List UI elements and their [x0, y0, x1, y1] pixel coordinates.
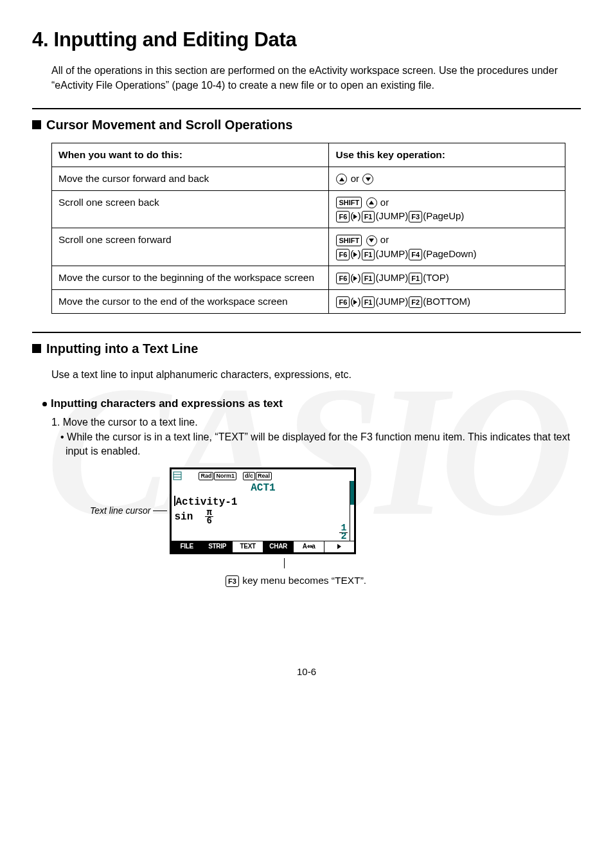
badge-dc: d/c — [243, 472, 255, 480]
right-triangle-icon — [353, 252, 357, 257]
cell-op: F6()F1(JUMP)F1(TOP) — [329, 266, 565, 290]
pageup-label: (PageUp) — [423, 210, 464, 221]
divider — [32, 108, 581, 109]
section-heading-cursor: Cursor Movement and Scroll Operations — [32, 116, 581, 134]
table-col-desc: When you want to do this: — [52, 143, 329, 167]
top-label: (TOP) — [423, 272, 449, 283]
or-text: or — [380, 234, 389, 245]
f1-key-icon: F1 — [362, 249, 375, 260]
f1-key-icon: F1 — [362, 273, 375, 284]
jump-label: (JUMP) — [375, 210, 408, 221]
jump-label: (JUMP) — [375, 296, 408, 307]
annotation-text: key menu becomes “TEXT”. — [240, 575, 366, 586]
f6-key-icon: F6 — [336, 211, 350, 222]
right-triangle-icon — [353, 276, 357, 281]
cell-desc: Move the cursor forward and back — [52, 167, 329, 190]
cell-desc: Scroll one screen forward — [52, 228, 329, 266]
right-triangle-icon — [353, 300, 357, 305]
figure-label: Text line cursor — [90, 505, 150, 518]
divider — [32, 332, 581, 333]
table-header-row: When you want to do this: Use this key o… — [52, 143, 565, 167]
up-arrow-key-icon — [336, 174, 347, 185]
fkey-row: FILE STRIP TEXT CHAR A⇔a — [172, 541, 354, 552]
f6-key-icon: F6 — [336, 249, 350, 260]
table-row: Scroll one screen forward SHIFT or F6()F… — [52, 228, 565, 266]
sin-label: sin — [174, 511, 193, 522]
table-row: Move the cursor forward and back or — [52, 167, 565, 190]
bullet-icon — [42, 402, 47, 406]
annotation: F3 key menu becomes “TEXT”. — [225, 574, 581, 588]
cell-desc: Move the cursor to the beginning of the … — [52, 266, 329, 290]
screen-result: 1 2 — [172, 525, 354, 541]
fraction-1-2: 1 2 — [339, 525, 348, 541]
cell-desc: Scroll one screen back — [52, 190, 329, 228]
f1-key-icon: F1 — [409, 273, 422, 284]
f4-key-icon: F4 — [409, 249, 422, 260]
fraction-pi-6: π 6 — [205, 509, 213, 525]
frac-top: π — [206, 509, 211, 516]
fkey-text: TEXT — [233, 541, 263, 552]
screen-status-strip: Rad Norm1 d/c Real — [172, 469, 354, 482]
fkey-char: CHAR — [263, 541, 294, 552]
page-title: 4. Inputting and Editing Data — [32, 26, 581, 53]
step-1: 1. Move the cursor to a text line. — [51, 415, 581, 429]
badge-real: Real — [256, 472, 272, 480]
section-heading-text-line: Inputting into a Text Line — [32, 339, 581, 357]
cell-op: SHIFT or F6()F1(JUMP)F3(PageUp) — [329, 190, 565, 228]
res-bot: 2 — [339, 532, 348, 541]
screen-text-activity: Activity-1 — [175, 496, 237, 508]
calculator-screen: Rad Norm1 d/c Real ACT1 Activity-1 sin π… — [170, 467, 356, 554]
f6-key-icon: F6 — [336, 273, 350, 284]
screen-line-2: sin π 6 — [172, 509, 354, 525]
fkey-aa: A⇔a — [294, 541, 324, 552]
fkey-more-icon — [324, 541, 355, 552]
badge-norm1: Norm1 — [214, 472, 236, 480]
table-row: Move the cursor to the beginning of the … — [52, 266, 565, 290]
intro-text: All of the operations in this section ar… — [51, 64, 581, 93]
f3-key-icon: F3 — [409, 211, 422, 222]
section2-intro: Use a text line to input alphanumeric ch… — [51, 368, 581, 382]
jump-label: (JUMP) — [375, 272, 408, 283]
fkey-strip: STRIP — [202, 541, 233, 552]
f1-key-icon: F1 — [362, 296, 375, 308]
up-arrow-key-icon — [366, 197, 377, 208]
cell-op: or — [329, 167, 565, 190]
table-row: Move the cursor to the end of the worksp… — [52, 290, 565, 314]
cell-op: SHIFT or F6()F1(JUMP)F4(PageDown) — [329, 228, 565, 266]
shift-key-icon: SHIFT — [336, 197, 362, 208]
bottom-label: (BOTTOM) — [423, 296, 470, 307]
down-arrow-key-icon — [366, 235, 377, 246]
or-text: or — [380, 197, 389, 208]
figure-wrap: Text line cursor Rad Norm1 d/c Real ACT1… — [90, 467, 581, 554]
operations-table: When you want to do this: Use this key o… — [51, 143, 565, 314]
shift-key-icon: SHIFT — [336, 235, 362, 246]
pointer-line — [153, 511, 167, 511]
screen-title: ACT1 — [172, 481, 354, 495]
menu-icon — [173, 471, 182, 480]
section-heading-text-line-text: Inputting into a Text Line — [46, 339, 198, 357]
svg-rect-0 — [173, 472, 181, 480]
frac-bot: 6 — [205, 516, 213, 525]
fkey-file: FILE — [172, 541, 202, 552]
jump-label: (JUMP) — [375, 248, 408, 259]
table-row: Scroll one screen back SHIFT or F6()F1(J… — [52, 190, 565, 228]
cell-desc: Move the cursor to the end of the worksp… — [52, 290, 329, 314]
or-text: or — [351, 173, 362, 184]
badge-rad: Rad — [199, 472, 213, 480]
table-col-op: Use this key operation: — [329, 143, 565, 167]
annotation-connector — [284, 558, 285, 568]
f1-key-icon: F1 — [362, 211, 375, 222]
down-arrow-key-icon — [362, 174, 373, 185]
subsection-heading-text: Inputting characters and expressions as … — [51, 396, 283, 411]
step-1-note: • While the cursor is in a text line, “T… — [60, 430, 581, 459]
page-number: 10-6 — [32, 665, 581, 678]
f3-key-icon: F3 — [226, 575, 239, 587]
right-triangle-icon — [353, 214, 357, 219]
f2-key-icon: F2 — [409, 296, 422, 308]
pagedown-label: (PageDown) — [423, 248, 476, 259]
screen-line-1: Activity-1 — [172, 496, 354, 509]
subsection-heading: Inputting characters and expressions as … — [42, 396, 581, 411]
section-heading-cursor-text: Cursor Movement and Scroll Operations — [46, 116, 292, 134]
cell-op: F6()F1(JUMP)F2(BOTTOM) — [329, 290, 565, 314]
f6-key-icon: F6 — [336, 296, 350, 308]
